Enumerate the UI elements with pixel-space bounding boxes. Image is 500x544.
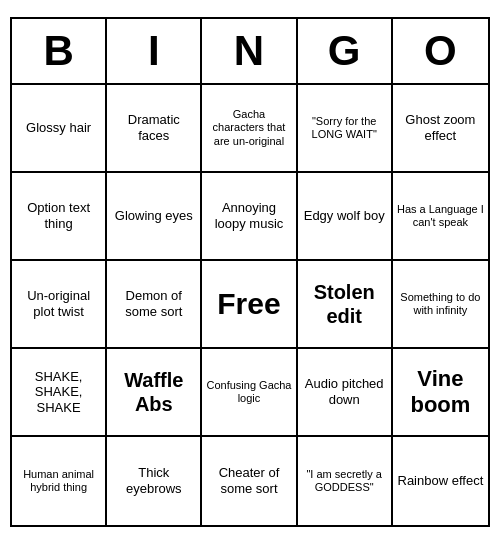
- bingo-header: BINGO: [12, 19, 488, 85]
- bingo-cell-11: Demon of some sort: [107, 261, 202, 349]
- bingo-cell-18: Audio pitched down: [298, 349, 393, 437]
- bingo-cell-20: Human animal hybrid thing: [12, 437, 107, 525]
- bingo-cell-8: Edgy wolf boy: [298, 173, 393, 261]
- header-letter-g: G: [298, 19, 393, 83]
- header-letter-o: O: [393, 19, 488, 83]
- bingo-cell-15: SHAKE, SHAKE, SHAKE: [12, 349, 107, 437]
- header-letter-n: N: [202, 19, 297, 83]
- bingo-cell-24: Rainbow effect: [393, 437, 488, 525]
- bingo-cell-1: Dramatic faces: [107, 85, 202, 173]
- bingo-cell-16: Waffle Abs: [107, 349, 202, 437]
- bingo-cell-10: Un-original plot twist: [12, 261, 107, 349]
- bingo-cell-3: "Sorry for the LONG WAIT": [298, 85, 393, 173]
- bingo-cell-5: Option text thing: [12, 173, 107, 261]
- bingo-cell-23: "I am secretly a GODDESS": [298, 437, 393, 525]
- bingo-cell-22: Cheater of some sort: [202, 437, 297, 525]
- bingo-grid: Glossy hairDramatic facesGacha character…: [12, 85, 488, 525]
- bingo-cell-9: Has a Language I can't speak: [393, 173, 488, 261]
- header-letter-b: B: [12, 19, 107, 83]
- bingo-cell-13: Stolen edit: [298, 261, 393, 349]
- bingo-cell-12: Free: [202, 261, 297, 349]
- bingo-cell-14: Something to do with infinity: [393, 261, 488, 349]
- bingo-cell-0: Glossy hair: [12, 85, 107, 173]
- bingo-cell-7: Annoying loopy music: [202, 173, 297, 261]
- bingo-cell-17: Confusing Gacha logic: [202, 349, 297, 437]
- bingo-cell-21: Thick eyebrows: [107, 437, 202, 525]
- bingo-cell-6: Glowing eyes: [107, 173, 202, 261]
- bingo-cell-4: Ghost zoom effect: [393, 85, 488, 173]
- bingo-cell-19: Vine boom: [393, 349, 488, 437]
- bingo-card: BINGO Glossy hairDramatic facesGacha cha…: [10, 17, 490, 527]
- bingo-cell-2: Gacha characters that are un-original: [202, 85, 297, 173]
- header-letter-i: I: [107, 19, 202, 83]
